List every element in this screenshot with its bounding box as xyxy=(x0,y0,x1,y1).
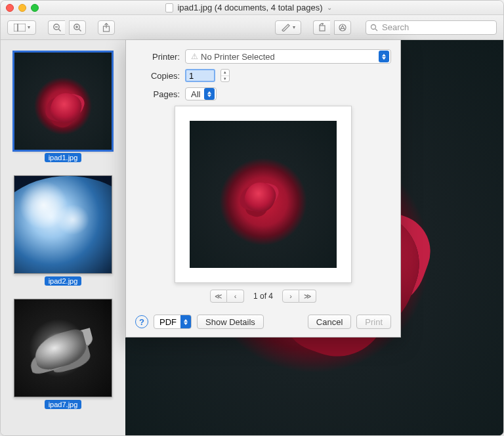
first-page-button[interactable]: ≪ xyxy=(210,290,227,303)
print-preview: ≪ ‹ 1 of 4 › ≫ xyxy=(175,106,352,303)
zoom-out-button[interactable] xyxy=(48,20,65,35)
thumbnail-image[interactable] xyxy=(14,52,112,150)
chevron-down-icon xyxy=(180,315,191,328)
thumbnail-label: ipad7.jpg xyxy=(45,400,82,409)
updown-arrows-icon xyxy=(204,88,215,100)
pages-label: Pages: xyxy=(135,89,180,99)
warning-icon: ⚠︎ xyxy=(191,52,198,61)
share-button[interactable] xyxy=(98,20,115,35)
thumbnail-image[interactable] xyxy=(14,175,112,274)
titlebar: ipad1.jpg (4 documents, 4 total pages) ⌄ xyxy=(1,1,503,15)
preview-page xyxy=(175,106,352,283)
page-indicator: 1 of 4 xyxy=(253,292,273,301)
thumbnails-sidebar[interactable]: ipad1.jpg ipad2.jpg ipad7.jpg xyxy=(1,40,125,435)
minimize-window-button[interactable] xyxy=(18,4,26,12)
preview-pager: ≪ ‹ 1 of 4 › ≫ xyxy=(175,290,352,303)
printer-value: No Printer Selected xyxy=(201,52,275,62)
svg-line-14 xyxy=(375,29,377,31)
print-button[interactable]: Print xyxy=(356,315,391,329)
sidebar-view-button[interactable]: ▾ xyxy=(7,20,36,35)
pdf-label: PDF xyxy=(159,317,177,327)
print-dialog-footer: ? PDF Show Details Cancel Print xyxy=(135,312,391,329)
help-button[interactable]: ? xyxy=(135,315,148,328)
thumbnail-label: ipad1.jpg xyxy=(45,153,82,162)
search-placeholder: Search xyxy=(382,22,409,32)
zoom-in-button[interactable] xyxy=(69,20,86,35)
thumbnail-item[interactable]: ipad7.jpg xyxy=(9,299,117,409)
pdf-menu-button[interactable]: PDF xyxy=(154,315,192,329)
close-window-button[interactable] xyxy=(6,4,14,12)
thumbnail-image[interactable] xyxy=(14,299,112,397)
copies-input[interactable] xyxy=(185,69,215,82)
copies-label: Copies: xyxy=(135,71,180,81)
window-title-text: ipad1.jpg (4 documents, 4 total pages) xyxy=(177,3,322,12)
window-controls xyxy=(6,4,39,12)
svg-line-3 xyxy=(58,29,60,31)
pages-value: All xyxy=(191,89,200,99)
svg-rect-0 xyxy=(14,24,18,32)
markup-toolbar-button[interactable]: ▾ xyxy=(275,20,301,35)
pages-combobox[interactable]: All xyxy=(185,87,217,100)
svg-point-13 xyxy=(371,24,376,29)
rotate-left-button[interactable] xyxy=(313,20,330,35)
svg-line-6 xyxy=(79,29,81,31)
printer-label: Printer: xyxy=(135,52,180,62)
last-page-button[interactable]: ≫ xyxy=(299,290,316,303)
document-icon xyxy=(165,3,173,12)
search-field[interactable]: Search xyxy=(366,20,497,35)
thumbnail-item[interactable]: ipad1.jpg xyxy=(9,52,117,162)
thumbnail-item[interactable]: ipad2.jpg xyxy=(9,175,117,286)
zoom-window-button[interactable] xyxy=(31,4,39,12)
show-details-button[interactable]: Show Details xyxy=(197,315,264,329)
search-icon xyxy=(370,24,378,32)
thumbnail-label: ipad2.jpg xyxy=(45,276,82,286)
prev-page-button[interactable]: ‹ xyxy=(227,290,244,303)
cancel-button[interactable]: Cancel xyxy=(308,315,351,329)
window-title[interactable]: ipad1.jpg (4 documents, 4 total pages) ⌄ xyxy=(39,3,459,12)
svg-rect-11 xyxy=(320,26,325,31)
svg-rect-1 xyxy=(18,24,26,32)
printer-combobox[interactable]: ⚠︎ No Printer Selected xyxy=(185,49,391,64)
updown-arrows-icon xyxy=(379,51,389,62)
print-dialog: Printer: ⚠︎ No Printer Selected Copies: … xyxy=(125,40,401,338)
copies-stepper[interactable]: ▴▾ xyxy=(220,69,230,82)
chevron-down-icon: ⌄ xyxy=(327,4,332,11)
edit-toolbar-button[interactable] xyxy=(334,20,351,35)
toolbar: ▾ ▾ Search xyxy=(1,15,503,40)
preview-image xyxy=(190,121,337,268)
next-page-button[interactable]: › xyxy=(282,290,299,303)
preview-window: ipad1.jpg (4 documents, 4 total pages) ⌄… xyxy=(0,0,504,436)
